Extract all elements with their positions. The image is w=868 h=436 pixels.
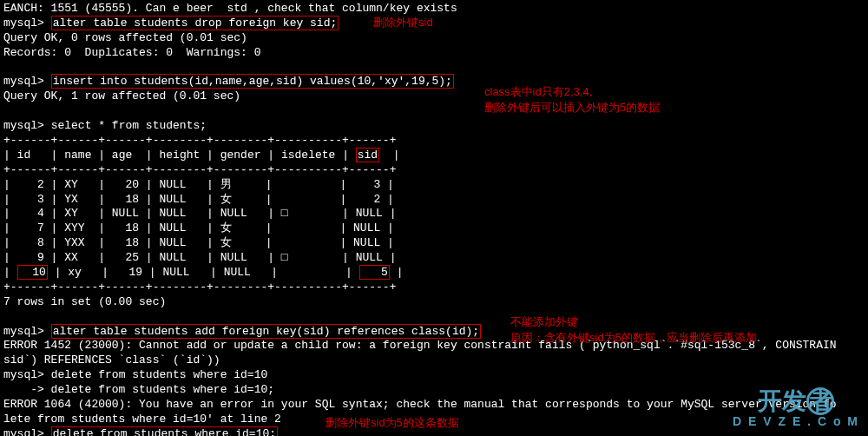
sql-drop-fk: alter table students drop foreign key si… (51, 16, 339, 30)
result-3: 7 rows in set (0.00 sec) (3, 295, 865, 310)
cmd-line-3: mysql> select * from students; (3, 119, 865, 134)
prompt: mysql> (3, 119, 44, 132)
result-1b: Records: 0 Duplicates: 0 Warnings: 0 (3, 46, 865, 61)
table-border-bot: +------+------+------+--------+--------+… (3, 281, 865, 295)
table-row: | 4 | XY | NULL | NULL | NULL | □ | NULL… (3, 207, 865, 221)
blank (3, 61, 865, 76)
cell-sid-5: 5 (359, 265, 390, 280)
table-row: | 9 | XX | 25 | NULL | NULL | □ | NULL | (3, 251, 865, 266)
annotation-2b: 删除外键后可以插入外键为5的数据 (484, 101, 660, 116)
prompt: mysql> (3, 75, 44, 88)
col-sid-highlight: sid (356, 148, 379, 162)
annotation-4a: 不能添加外键 (510, 315, 578, 330)
table-border-mid: +------+------+------+--------+--------+… (3, 163, 865, 178)
table-row: | 2 | XY | 20 | NULL | 男 | | 3 | (3, 178, 865, 193)
table-row: | 3 | YX | 18 | NULL | 女 | | 2 | (3, 193, 865, 208)
prompt: mysql> (3, 427, 44, 436)
result-2: Query OK, 1 row affected (0.01 sec) (3, 89, 865, 104)
truncated-line: EANCH: 1551 (45555). Can e beer std , ch… (3, 2, 865, 17)
blank (3, 310, 865, 325)
sql-select: select * from students; (51, 119, 207, 132)
cell-id-10: 10 (17, 265, 48, 280)
prompt: mysql> (3, 325, 44, 338)
cmd-line-2: mysql> insert into students(id,name,age,… (3, 75, 865, 89)
annotation-1: 删除外键sid (373, 16, 433, 30)
cmd-line-1: mysql> alter table students drop foreign… (3, 17, 865, 31)
blank (3, 104, 865, 119)
sql-delete-2: delete from students where id=10; (51, 426, 278, 436)
watermark: 开发者 D E V Z E . C o M (733, 387, 859, 427)
table-row: | 10 | xy | 19 | NULL | NULL | | 5 | (3, 266, 865, 281)
sql-add-fk: alter table students add foreign key(sid… (51, 324, 481, 339)
cmd-line-5: mysql> delete from students where id=10 (3, 368, 865, 383)
sql-insert: insert into students(id,name,age,sid) va… (51, 74, 454, 89)
annotation-6: 删除外键sid为5的这条数据 (326, 416, 459, 431)
table-row: | 8 | YXX | 18 | NULL | 女 | | NULL | (3, 236, 865, 251)
annotation-2a: class表中id只有2,3,4, (484, 85, 592, 100)
prompt: mysql> (3, 17, 44, 30)
table-border-top: +------+------+------+--------+--------+… (3, 134, 865, 149)
table-header: | id | name | age | height | gender | is… (3, 149, 865, 163)
annotation-4b: 原因：含有外键sid为5的数据，应当删除后再添加 (510, 331, 757, 346)
result-1a: Query OK, 0 rows affected (0.01 sec) (3, 31, 865, 46)
prompt: mysql> (3, 368, 44, 381)
table-row: | 7 | XYY | 18 | NULL | 女 | | NULL | (3, 221, 865, 236)
sql-delete-1: delete from students where id=10 (51, 368, 268, 381)
error-1b: sid`) REFERENCES `class` (`id`)) (3, 353, 865, 368)
